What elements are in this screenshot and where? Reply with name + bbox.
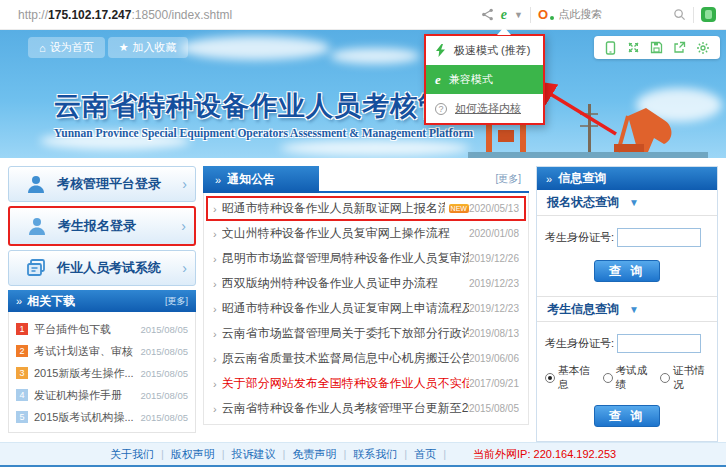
chevron-down-icon: ▼ <box>629 304 639 315</box>
compat-mode-icon[interactable]: e <box>501 7 507 23</box>
divider <box>530 7 531 23</box>
query-button[interactable]: 查 询 <box>594 260 660 282</box>
download-item[interactable]: 4发证机构操作手册2015/08/05 <box>16 384 188 406</box>
notice-item[interactable]: ›云南省市场监督管理局关于委托下放部分行政许可...2019/08/13 <box>213 321 519 346</box>
download-date: 2015/08/05 <box>140 324 188 335</box>
notice-date: 2019/08/13 <box>469 328 519 339</box>
site-header: ⌂设为首页 ★加入收藏 云南省特种设备作业人员考核管理平台 Yunnan Pro… <box>0 30 726 158</box>
bullet-icon: › <box>213 253 217 265</box>
download-item[interactable]: 2考试计划送审、审核 ...2015/08/05 <box>16 340 188 362</box>
footer-link-disclaimer[interactable]: 免责声明 <box>292 447 353 462</box>
registration-status-section-toggle[interactable]: 报名状态查询 ▼ <box>537 190 717 216</box>
address-bar[interactable]: http://175.102.17.247:18500/index.shtml <box>18 8 232 22</box>
downloads-more-link[interactable]: [更多] <box>165 295 188 308</box>
bullet-icon: › <box>213 203 217 215</box>
page-footer: 关于我们 版权声明 投诉建议 免责声明 联系我们 首页 当前外网IP: 220.… <box>0 442 726 467</box>
compat-mode-option[interactable]: e 兼容模式 <box>426 65 543 94</box>
download-title: 考试计划送审、审核 ... <box>34 344 134 359</box>
footer-link-copyright[interactable]: 版权声明 <box>171 447 232 462</box>
lightning-icon <box>435 44 446 57</box>
kernel-help-link[interactable]: ? 如何选择内核 <box>426 94 543 123</box>
user-icon <box>26 215 48 237</box>
download-item[interactable]: 52015版考试机构操...2015/08/05 <box>16 406 188 428</box>
query-button-2[interactable]: 查 询 <box>594 405 660 427</box>
notice-item[interactable]: ›文山州特种设备作业人员复审网上操作流程2020/01/08 <box>213 221 519 246</box>
search-logo-dot <box>550 16 554 20</box>
share-page-icon[interactable] <box>673 41 686 54</box>
download-item[interactable]: 32015新版考生操作...2015/08/05 <box>16 362 188 384</box>
add-favorite-label: 加入收藏 <box>133 40 177 55</box>
bullet-icon: › <box>213 353 217 365</box>
notice-date: 2020/01/08 <box>469 228 519 239</box>
download-date: 2015/08/05 <box>140 368 188 379</box>
mobile-icon[interactable] <box>604 41 617 55</box>
fullscreen-icon[interactable] <box>627 41 640 54</box>
radio-basic-info[interactable]: 基本信息 <box>545 364 594 392</box>
notice-title: 云南省市场监督管理局关于委托下放部分行政许可... <box>222 325 469 342</box>
tab-notices[interactable]: » 通知公告 <box>203 166 319 193</box>
notice-title: 关于部分网站发布全国特种设备作业人员不实信息... <box>222 375 469 392</box>
download-item[interactable]: 1平台插件包下载2015/08/05 <box>16 318 188 340</box>
notice-date: 2015/08/05 <box>469 403 519 414</box>
notice-item[interactable]: ›云南省特种设备作业人员考核管理平台更新至20...2015/08/05 <box>213 396 519 421</box>
search-engine-logo: O <box>538 7 548 22</box>
footer-link-about[interactable]: 关于我们 <box>110 447 171 462</box>
rank-badge: 5 <box>16 411 28 423</box>
download-title: 平台插件包下载 <box>34 322 111 337</box>
candidate-info-section-toggle[interactable]: 考生信息查询 ▼ <box>537 296 717 322</box>
candidate-id-input[interactable] <box>617 228 701 247</box>
notice-title: 昆明市市场监督管理局特种设备作业人员复审流程... <box>222 250 469 267</box>
notice-item[interactable]: ›原云南省质量技术监督局信息中心机房搬迁公告2019/06/06 <box>213 346 519 371</box>
radio-icon <box>545 373 555 383</box>
browser-toolbar: http://175.102.17.247:18500/index.shtml … <box>0 0 726 30</box>
cloud-decoration <box>180 36 330 60</box>
external-ip-label: 当前外网IP: 220.164.192.253 <box>473 447 616 462</box>
notice-item[interactable]: ›关于部分网站发布全国特种设备作业人员不实信息...2017/09/21 <box>213 371 519 396</box>
notice-title: 云南省特种设备作业人员考核管理平台更新至20... <box>222 400 469 417</box>
double-arrow-icon: » <box>215 174 221 186</box>
mode-dropdown-chevron-icon[interactable]: ▼ <box>514 10 523 20</box>
radio-icon <box>660 373 670 383</box>
radio-icon <box>603 373 613 383</box>
bullet-icon: › <box>213 278 217 290</box>
notice-title: 原云南省质量技术监督局信息中心机房搬迁公告 <box>222 350 469 367</box>
footer-link-complaint[interactable]: 投诉建议 <box>232 447 293 462</box>
radio-exam-score[interactable]: 考试成绩 <box>603 364 652 392</box>
download-title: 2015新版考生操作... <box>34 366 134 381</box>
share-icon[interactable] <box>481 8 494 21</box>
magnifier-icon[interactable] <box>673 8 686 21</box>
footer-link-home[interactable]: 首页 <box>414 447 453 462</box>
home-icon: ⌂ <box>39 42 46 54</box>
browser-search-box[interactable]: O 点此搜索 <box>538 7 686 22</box>
login-button-candidate-registration[interactable]: 考生报名登录 › <box>8 206 196 246</box>
settings-gear-icon[interactable] <box>696 41 710 55</box>
save-icon[interactable] <box>650 41 663 54</box>
login-button-exam-system[interactable]: 作业人员考试系统 › <box>8 250 196 286</box>
radio-certificate[interactable]: 证书情况 <box>660 364 709 392</box>
download-date: 2015/08/05 <box>140 412 188 423</box>
registration-status-title: 报名状态查询 <box>547 194 619 211</box>
notice-item[interactable]: ›昭通市特种设备作业人员新取证网上报名流程NEW2020/05/13 <box>206 196 526 221</box>
notice-title: 昭通市特种设备作业人员证复审网上申请流程及相... <box>222 300 469 317</box>
add-favorite-button[interactable]: ★加入收藏 <box>108 37 188 58</box>
ie-icon: e <box>435 72 441 88</box>
site-subtitle: Yunnan Province Special Equipment Operat… <box>54 127 530 139</box>
chevron-right-icon: › <box>182 260 187 276</box>
login-label: 作业人员考试系统 <box>57 259 161 277</box>
rank-badge: 4 <box>16 389 28 401</box>
notice-item[interactable]: ›昆明市市场监督管理局特种设备作业人员复审流程...2019/12/26 <box>213 246 519 271</box>
question-icon: ? <box>435 103 447 115</box>
notice-item[interactable]: ›西双版纳州特种设备作业人员证申办流程2019/12/23 <box>213 271 519 296</box>
download-title: 发证机构操作手册 <box>34 388 122 403</box>
notice-item[interactable]: ›昭通市特种设备作业人员证复审网上申请流程及相...2019/12/23 <box>213 296 519 321</box>
set-home-button[interactable]: ⌂设为首页 <box>28 37 105 58</box>
notice-date: 2020/05/13 <box>469 203 519 214</box>
browser-app-icon[interactable] <box>701 7 716 22</box>
candidate-id-input-2[interactable] <box>617 334 701 353</box>
cloud-decoration <box>330 48 420 64</box>
rank-badge: 3 <box>16 367 28 379</box>
login-button-assessment-platform[interactable]: 考核管理平台登录 › <box>8 166 196 202</box>
notices-more-link[interactable]: [更多] <box>495 172 521 186</box>
fast-mode-option[interactable]: 极速模式 (推荐) <box>426 36 543 65</box>
footer-link-contact[interactable]: 联系我们 <box>353 447 414 462</box>
